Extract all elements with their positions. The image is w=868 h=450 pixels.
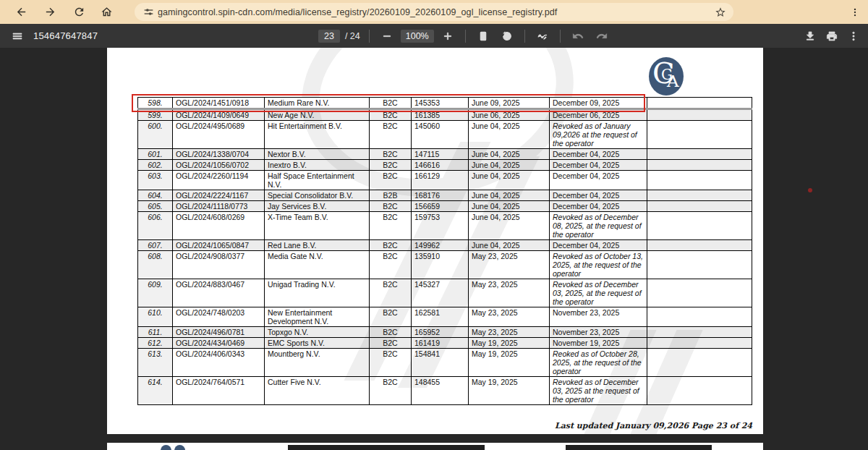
table-cell: [647, 349, 752, 377]
table-cell: 135910: [412, 251, 469, 279]
bookmark-star-icon[interactable]: [712, 4, 729, 21]
table-cell: [647, 307, 752, 327]
browser-window: gamingcontrol.spin-cdn.com/media/license…: [0, 0, 868, 450]
table-cell: Media Gate N.V.: [265, 251, 370, 279]
table-cell: [647, 377, 752, 405]
toolbar-divider: [524, 30, 525, 43]
table-cell: OGL/2024/2224/1167: [173, 190, 265, 201]
table-cell: B2B: [370, 190, 412, 201]
redo-icon: [596, 30, 608, 42]
table-cell: 168176: [412, 190, 469, 201]
back-button[interactable]: [10, 1, 32, 23]
table-cell: OGL/2024/495/0689: [173, 121, 265, 149]
undo-button[interactable]: [568, 26, 588, 46]
pdf-viewer-area[interactable]: C G A 598.OGL/2024/1451/0918Medium Rare …: [0, 48, 868, 450]
fit-page-icon: [477, 30, 489, 42]
toolbar-divider: [465, 30, 466, 43]
refresh-button[interactable]: [68, 1, 90, 23]
table-row: 598.OGL/2024/1451/0918Medium Rare N.V.B2…: [138, 98, 752, 109]
table-cell: OGL/2024/1451/0918: [173, 98, 265, 109]
table-cell: New Entertainment Development N.V.: [265, 307, 370, 327]
page24-content-fragment: [566, 445, 712, 450]
table-cell: Revoked as of January 09,2026 at the req…: [550, 121, 647, 149]
pdf-more-button[interactable]: [843, 26, 864, 46]
pdf-page-23: C G A 598.OGL/2024/1451/0918Medium Rare …: [107, 48, 763, 434]
table-cell: B2C: [370, 98, 412, 109]
table-cell: OGL/2024/1056/0702: [173, 160, 265, 171]
pdf-toolbar: 154647647847 23 / 24 100%: [0, 24, 868, 48]
table-cell: OGL/2024/434/0469: [173, 338, 265, 349]
table-cell: 614.: [138, 377, 173, 405]
red-marker-dot: [808, 188, 812, 192]
zoom-in-button[interactable]: [438, 26, 458, 46]
table-cell: OGL/2024/608/0269: [173, 212, 265, 240]
table-cell: 161419: [412, 338, 469, 349]
zoom-in-icon: [442, 30, 454, 42]
table-cell: 145353: [412, 98, 469, 109]
table-cell: Revoked as of December 03, 2025 at the r…: [550, 377, 647, 405]
url-text[interactable]: gamingcontrol.spin-cdn.com/media/license…: [158, 7, 712, 17]
table-cell: OGL/2024/2260/1194: [173, 171, 265, 190]
table-cell: Special Consolidator B.V.: [265, 190, 370, 201]
table-cell: 159753: [412, 212, 469, 240]
table-cell: June 06, 2025: [469, 109, 550, 121]
table-cell: 598.: [138, 98, 173, 109]
table-cell: 609.: [138, 279, 173, 307]
table-row: 609.OGL/2024/883/0467Unigad Trading N.V.…: [138, 279, 752, 307]
toolbar-divider: [369, 30, 370, 43]
table-cell: [647, 121, 752, 149]
table-cell: Nextor B.V.: [265, 149, 370, 160]
table-cell: [647, 338, 752, 349]
download-icon: [804, 30, 816, 42]
license-registry-table: 598.OGL/2024/1451/0918Medium Rare N.V.B2…: [137, 97, 752, 405]
table-cell: B2C: [370, 338, 412, 349]
home-button[interactable]: [95, 1, 117, 23]
table-cell: 149962: [412, 240, 469, 251]
table-cell: June 04, 2025: [469, 171, 550, 190]
table-cell: OGL/2024/496/0781: [173, 327, 265, 338]
table-row: 599.OGL/2024/1409/0649New Age N.V.B2C161…: [138, 109, 752, 121]
zoom-level[interactable]: 100%: [401, 30, 434, 43]
table-cell: 599.: [138, 109, 173, 121]
table-cell: November 23, 2025: [550, 307, 647, 327]
annotate-button[interactable]: [532, 26, 553, 46]
table-cell: [647, 149, 752, 160]
table-cell: December 04, 2025: [550, 171, 647, 190]
page24-logo-fragment: [174, 445, 185, 450]
table-row: 607.OGL/2024/1065/0847Red Lane B.V.B2C14…: [138, 240, 752, 251]
print-button[interactable]: [822, 26, 842, 46]
table-cell: [647, 327, 752, 338]
table-cell: December 04, 2025: [550, 190, 647, 201]
table-cell: OGL/2024/1338/0704: [173, 149, 265, 160]
page24-logo-fragment: [161, 445, 171, 450]
table-cell: 605.: [138, 201, 173, 212]
table-cell: B2C: [370, 307, 412, 327]
site-info-icon[interactable]: [139, 5, 158, 20]
table-row: 601.OGL/2024/1338/0704Nextor B.V.B2C1471…: [138, 149, 752, 160]
url-bar[interactable]: gamingcontrol.spin-cdn.com/media/license…: [135, 3, 733, 21]
pdf-menu-button[interactable]: [7, 26, 27, 46]
page-number-input[interactable]: 23: [318, 30, 340, 43]
table-cell: 600.: [138, 121, 173, 149]
table-cell: 145060: [412, 121, 469, 149]
download-button[interactable]: [800, 26, 820, 46]
table-cell: [647, 160, 752, 171]
refresh-icon: [73, 6, 85, 18]
hamburger-menu-icon: [12, 30, 23, 42]
table-cell: June 04, 2025: [469, 190, 550, 201]
table-cell: 161385: [412, 109, 469, 121]
forward-button[interactable]: [39, 1, 61, 23]
fit-page-button[interactable]: [473, 26, 493, 46]
rotate-button[interactable]: [497, 26, 517, 46]
redo-button[interactable]: [592, 26, 612, 46]
table-cell: June 04, 2025: [469, 212, 550, 240]
table-cell: December 04, 2025: [550, 160, 647, 171]
table-row: 600.OGL/2024/495/0689Hit Entertainment B…: [138, 121, 752, 149]
table-row: 608.OGL/2024/908/0377Media Gate N.V.B2C1…: [138, 251, 752, 279]
browser-menu-button[interactable]: [845, 2, 865, 22]
table-cell: B2C: [370, 149, 412, 160]
table-cell: B2C: [370, 279, 412, 307]
table-cell: Revoked as of December 03, 2025, at the …: [550, 279, 647, 307]
page-footer-note: Last updated January 09,2026 Page 23 of …: [555, 421, 752, 430]
zoom-out-button[interactable]: [377, 26, 397, 46]
